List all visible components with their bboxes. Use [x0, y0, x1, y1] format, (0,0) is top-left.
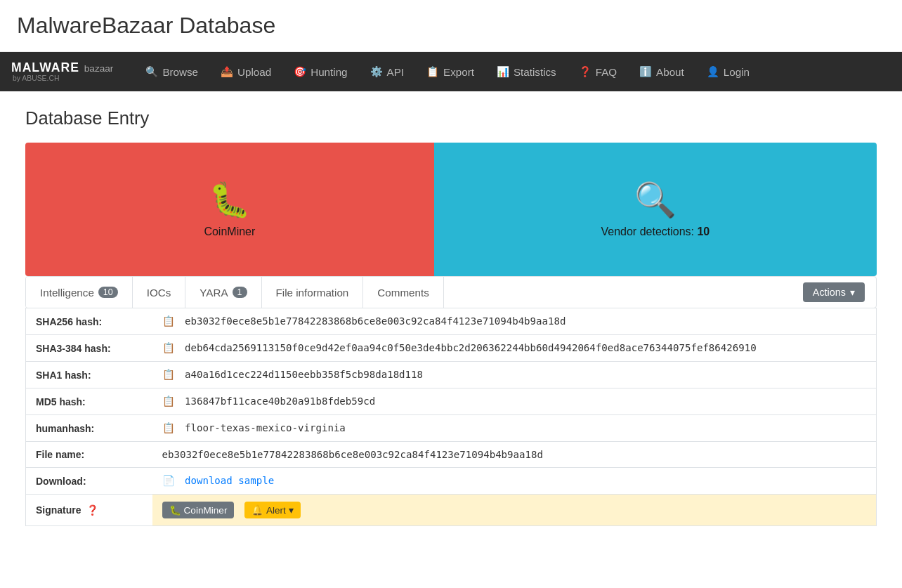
search-icon: 🔍 [634, 181, 676, 220]
bug-icon: 🐛 [209, 181, 251, 220]
label-signature: Signature ❓ [26, 495, 152, 526]
cards-row: 🐛 CoinMiner 🔍 Vendor detections: 10 [25, 143, 877, 276]
export-icon: 📋 [426, 66, 439, 78]
label-md5: MD5 hash: [26, 388, 152, 415]
brand-abuse: by ABUSE.CH [13, 75, 113, 82]
brand-bazaar: bazaar [84, 63, 114, 74]
copy-icon[interactable]: 📋 [162, 396, 175, 407]
nav-item-browse[interactable]: 🔍 Browse [136, 60, 208, 84]
tab-file-information[interactable]: File information [262, 277, 364, 308]
tab-intelligence[interactable]: Intelligence 10 [26, 277, 133, 308]
value-signature: 🐛 CoinMiner 🔔 Alert ▾ [152, 495, 877, 526]
bell-icon: 🔔 [251, 504, 263, 516]
navbar-nav: 🔍 Browse 📤 Upload 🎯 Hunting ⚙️ API 📋 Exp… [136, 60, 891, 84]
malware-card: 🐛 CoinMiner [25, 143, 434, 276]
vendor-card: 🔍 Vendor detections: 10 [434, 143, 877, 276]
label-humanhash: humanhash: [26, 415, 152, 442]
tab-iocs[interactable]: IOCs [133, 277, 186, 308]
site-title-bar: MalwareBazaar Database [0, 0, 902, 52]
nav-item-api[interactable]: ⚙️ API [360, 60, 414, 84]
tab-actions: Actions ▾ [792, 277, 876, 308]
table-row: humanhash: 📋 floor-texas-mexico-virginia [26, 415, 877, 442]
copy-icon[interactable]: 📋 [162, 422, 175, 433]
value-sha1: 📋 a40a16d1cec224d1150eebb358f5cb98da18d1… [152, 362, 877, 388]
label-download: Download: [26, 468, 152, 495]
site-title: MalwareBazaar Database [17, 13, 275, 38]
download-sample-link[interactable]: download sample [185, 475, 274, 486]
copy-icon[interactable]: 📋 [162, 342, 175, 353]
table-row: Download: 📄 download sample [26, 468, 877, 495]
nav-item-about[interactable]: ℹ️ About [629, 60, 694, 84]
table-row: File name: eb3032f0ece8e5b1e77842283868b… [26, 442, 877, 468]
malware-label: CoinMiner [204, 226, 255, 238]
value-filename: eb3032f0ece8e5b1e77842283868b6ce8e003c92… [152, 442, 877, 468]
copy-icon[interactable]: 📋 [162, 315, 175, 327]
table-row-signature: Signature ❓ 🐛 CoinMiner 🔔 Alert ▾ [26, 495, 877, 526]
tabs-row: Intelligence 10 IOCs YARA 1 File informa… [25, 276, 877, 308]
intelligence-badge: 10 [98, 287, 118, 298]
nav-item-upload[interactable]: 📤 Upload [211, 60, 281, 84]
coinminer-signature-button[interactable]: 🐛 CoinMiner [162, 502, 235, 518]
label-sha256: SHA256 hash: [26, 308, 152, 335]
nav-item-statistics[interactable]: 📊 Statistics [487, 60, 566, 84]
copy-icon[interactable]: 📋 [162, 369, 175, 380]
caret-alert-icon: ▾ [289, 504, 294, 516]
about-icon: ℹ️ [639, 66, 652, 78]
value-md5: 📋 136847bf11cace40b20a91b8fdeb59cd [152, 388, 877, 415]
nav-item-faq[interactable]: ❓ FAQ [569, 60, 627, 84]
alert-button[interactable]: 🔔 Alert ▾ [244, 502, 301, 518]
table-row: SHA3-384 hash: 📋 deb64cda2569113150f0ce9… [26, 335, 877, 362]
login-icon: 👤 [707, 66, 719, 78]
value-download: 📄 download sample [152, 468, 877, 495]
help-icon: ❓ [86, 504, 98, 516]
tab-yara[interactable]: YARA 1 [185, 277, 261, 308]
bug-small-icon: 🐛 [169, 504, 181, 516]
nav-item-hunting[interactable]: 🎯 Hunting [284, 60, 357, 84]
value-sha256: 📋 eb3032f0ece8e5b1e77842283868b6ce8e003c… [152, 308, 877, 335]
label-sha1: SHA1 hash: [26, 362, 152, 388]
table-row: SHA1 hash: 📋 a40a16d1cec224d1150eebb358f… [26, 362, 877, 388]
page-title: Database Entry [25, 108, 877, 129]
vendor-label: Vendor detections: 10 [601, 226, 710, 238]
info-table: SHA256 hash: 📋 eb3032f0ece8e5b1e77842283… [25, 308, 877, 526]
table-row: MD5 hash: 📋 136847bf11cace40b20a91b8fdeb… [26, 388, 877, 415]
hunting-icon: 🎯 [294, 66, 306, 78]
upload-icon: 📤 [221, 66, 233, 78]
tab-spacer [444, 277, 792, 308]
caret-down-icon: ▾ [850, 287, 855, 298]
label-filename: File name: [26, 442, 152, 468]
api-icon: ⚙️ [370, 66, 383, 78]
value-sha3: 📋 deb64cda2569113150f0ce9d42ef0aa94c0f50… [152, 335, 877, 362]
brand-malware: MALWARE [11, 60, 79, 74]
navbar: MALWARE bazaar by ABUSE.CH 🔍 Browse 📤 Up… [0, 52, 902, 91]
download-file-icon: 📄 [162, 475, 175, 486]
nav-item-export[interactable]: 📋 Export [417, 60, 484, 84]
navbar-brand[interactable]: MALWARE bazaar by ABUSE.CH [11, 60, 113, 82]
table-row: SHA256 hash: 📋 eb3032f0ece8e5b1e77842283… [26, 308, 877, 335]
label-sha3: SHA3-384 hash: [26, 335, 152, 362]
yara-badge: 1 [233, 287, 247, 298]
actions-button[interactable]: Actions ▾ [803, 282, 865, 302]
nav-item-login[interactable]: 👤 Login [697, 60, 759, 84]
faq-icon: ❓ [579, 66, 591, 78]
browse-icon: 🔍 [145, 66, 158, 78]
statistics-icon: 📊 [497, 66, 509, 78]
tab-comments[interactable]: Comments [363, 277, 443, 308]
value-humanhash: 📋 floor-texas-mexico-virginia [152, 415, 877, 442]
